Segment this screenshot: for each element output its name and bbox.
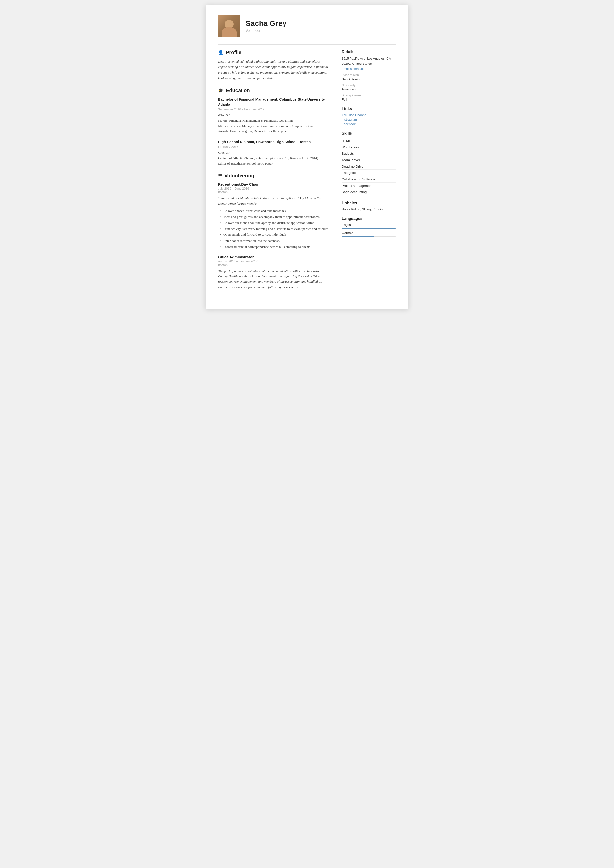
lang-item-1: German (342, 231, 396, 237)
edu-detail-1-2: Minors: Business Management, Communicati… (218, 123, 329, 129)
driving-license-label: Driving license (342, 94, 396, 97)
place-of-birth-value: San Antonio (342, 78, 396, 81)
vol-location-1: Boston (218, 191, 329, 194)
vol-bullet-1-5: Enter donor information into the databas… (224, 238, 329, 243)
vol-location-2: Boston (218, 264, 329, 267)
skill-3: Team Player (342, 157, 396, 163)
volunteering-section: ☷ Volunteering Receptionist/Day Chair Ju… (218, 173, 329, 290)
place-of-birth-label: Place of birth (342, 73, 396, 77)
details-address: 1515 Pacific Ave, Los Angeles, CA 90291,… (342, 56, 396, 67)
vol-item-2: Office Administrator August 2016 – Janua… (218, 255, 329, 290)
nationality-label: Nationality (342, 84, 396, 87)
skill-0: HTML (342, 138, 396, 144)
profile-text: Detail-oriented individual with strong m… (218, 59, 329, 81)
vol-title-2: Office Administrator (218, 255, 329, 259)
vol-date-1: July 2016 – June 2016 (218, 187, 329, 190)
vol-bullet-1-4: Open emails and forward to correct indiv… (224, 232, 329, 237)
vol-desc-1: Volunteered at Columbus State University… (218, 195, 329, 206)
nationality-value: American (342, 87, 396, 91)
lang-bar-bg-1 (342, 236, 396, 237)
resume-page: Sacha Grey Volunteer 👤 Profile Detail-or… (206, 5, 408, 309)
languages-title: Languages (342, 217, 396, 221)
edu-detail-2-0: GPA: 3.7 (218, 150, 329, 155)
link-youtube[interactable]: YouTube Channel (342, 113, 396, 117)
profile-section: 👤 Profile Detail-oriented individual wit… (218, 50, 329, 81)
edu-date-1: September 2016 – February 2019 (218, 108, 329, 111)
lang-bar-fill-0 (342, 228, 396, 229)
vol-bullet-1-3: Print activity lists every morning and d… (224, 226, 329, 231)
hobbies-title: Hobbies (342, 201, 396, 205)
details-title: Details (342, 50, 396, 54)
vol-bullet-1-6: Proofread official correspondence before… (224, 244, 329, 250)
lang-name-1: German (342, 231, 396, 235)
vol-item-1: Receptionist/Day Chair July 2016 – June … (218, 182, 329, 250)
edu-detail-1-0: GPA: 3.6 (218, 113, 329, 118)
skill-2: Budgets (342, 150, 396, 157)
link-instagram[interactable]: Instragram (342, 118, 396, 121)
education-item-1: Bachelor of Financial Management, Columb… (218, 97, 329, 134)
skills-title: Skills (342, 131, 396, 136)
link-facebook[interactable]: Facebook (342, 122, 396, 126)
links-title: Links (342, 107, 396, 111)
lang-item-0: English (342, 223, 396, 229)
hobbies-text: Horse Riding, Skiing, Running (342, 207, 396, 211)
languages-section: Languages English German (342, 217, 396, 237)
header: Sacha Grey Volunteer (218, 15, 396, 37)
education-title: 🎓 Education (218, 88, 329, 93)
edu-detail-1-3: Awards: Honors Program, Dean's list for … (218, 129, 329, 134)
vol-title-1: Receptionist/Day Chair (218, 182, 329, 186)
vol-desc-2: Was part of a team of Volunteers at the … (218, 268, 329, 290)
candidate-subtitle: Volunteer (246, 29, 286, 33)
vol-bullet-1-2: Answer questions about the agency and di… (224, 220, 329, 226)
edu-title-2: High School Diploma, Hawthorne High Scho… (218, 140, 329, 144)
edu-date-2: February 2016 (218, 145, 329, 149)
edu-detail-2-1: Captain of Athletics Team (State Champio… (218, 155, 329, 161)
lang-bar-bg-0 (342, 228, 396, 229)
profile-icon: 👤 (218, 50, 224, 55)
vol-bullet-1-0: Answer phones, direct calls and take mes… (224, 208, 329, 214)
vol-bullet-1-1: Meet and greet guests and accompany them… (224, 214, 329, 220)
lang-bar-fill-1 (342, 236, 374, 237)
left-column: 👤 Profile Detail-oriented individual wit… (218, 50, 329, 297)
education-icon: 🎓 (218, 88, 224, 93)
edu-detail-2-2: Editor of Hawthorne School News Paper (218, 161, 329, 166)
skill-5: Energetic (342, 170, 396, 176)
skill-7: Project Management (342, 183, 396, 189)
driving-license-value: Full (342, 98, 396, 101)
education-section: 🎓 Education Bachelor of Financial Manage… (218, 88, 329, 166)
details-email[interactable]: email@email.com (342, 67, 367, 71)
skill-8: Sage Accounting (342, 189, 396, 195)
header-info: Sacha Grey Volunteer (246, 19, 286, 33)
vol-date-2: August 2016 – January 2017 (218, 260, 329, 263)
links-section: Links YouTube Channel Instragram Faceboo… (342, 107, 396, 126)
skills-section: Skills HTML Word Press Budgets Team Play… (342, 131, 396, 195)
volunteering-title: ☷ Volunteering (218, 173, 329, 179)
right-column: Details 1515 Pacific Ave, Los Angeles, C… (342, 50, 396, 297)
lang-name-0: English (342, 223, 396, 226)
volunteering-icon: ☷ (218, 173, 222, 179)
main-layout: 👤 Profile Detail-oriented individual wit… (218, 50, 396, 297)
profile-title: 👤 Profile (218, 50, 329, 55)
avatar (218, 15, 240, 37)
skill-4: Deadline Driven (342, 163, 396, 170)
edu-title-1: Bachelor of Financial Management, Columb… (218, 97, 329, 107)
details-section: Details 1515 Pacific Ave, Los Angeles, C… (342, 50, 396, 101)
edu-detail-1-1: Majors: Financial Management & Financial… (218, 118, 329, 123)
hobbies-section: Hobbies Horse Riding, Skiing, Running (342, 201, 396, 211)
education-item-2: High School Diploma, Hawthorne High Scho… (218, 140, 329, 166)
skill-1: Word Press (342, 144, 396, 150)
skill-6: Collaboration Software (342, 176, 396, 183)
candidate-name: Sacha Grey (246, 19, 286, 28)
vol-bullets-1: Answer phones, direct calls and take mes… (218, 208, 329, 250)
